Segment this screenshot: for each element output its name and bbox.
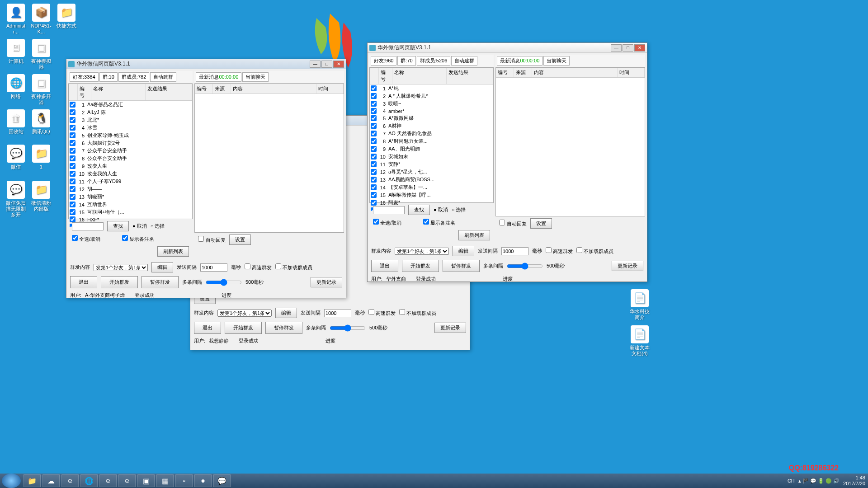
search-input[interactable] xyxy=(373,206,405,214)
minimize-button[interactable]: — xyxy=(611,44,622,52)
taskbar-app2-icon[interactable]: ● xyxy=(194,474,212,487)
desktop-icon[interactable]: ▣夜神多开器 xyxy=(30,74,52,105)
list-item[interactable]: 13AA易酷商贸(BOSS... xyxy=(370,176,493,183)
list-item[interactable]: 1Aa奢侈品名品汇 xyxy=(69,101,192,108)
list-item[interactable]: 10改变我的人生 xyxy=(69,170,192,178)
taskbar-edge-icon[interactable]: e xyxy=(99,474,117,487)
template-select[interactable]: 发第1个好友，第1条|发第1 xyxy=(395,248,449,255)
pause-button[interactable]: 暂停群发 xyxy=(142,276,179,288)
template-select[interactable]: 发第1个好友，第1条|发第1 xyxy=(217,310,272,317)
settings-button[interactable]: 设置 xyxy=(530,218,552,229)
members-tab[interactable]: 群成员:5206 xyxy=(417,56,451,66)
desktop-icon[interactable]: 🐧腾讯QQ xyxy=(30,109,52,135)
list-item[interactable]: 8A*时尚魅力女装... xyxy=(370,137,493,145)
taskbar-app-icon[interactable]: ☁ xyxy=(42,474,60,487)
list-item[interactable]: 8公众平台安全助手 xyxy=(69,155,192,162)
desktop-icon[interactable]: 🖥计算机 xyxy=(5,39,27,64)
desktop-icon[interactable]: 💬微信免扫描无限制多开 xyxy=(5,181,27,218)
list-item[interactable]: 3北北* xyxy=(69,116,192,124)
contact-list[interactable]: 1A*纯2A * 人脉爆粉希儿*3哎嘻~4amber*5A*微微网媒6A财神7A… xyxy=(370,84,493,211)
list-item[interactable]: 16阿麦* xyxy=(370,199,493,206)
list-item[interactable]: 7公众平台安全助手 xyxy=(69,147,192,155)
list-item[interactable]: 2A * 人脉爆粉希儿* xyxy=(370,92,493,100)
taskbar-explorer-icon[interactable]: 📁 xyxy=(24,474,41,487)
tray-icons[interactable]: ▴ 🏴 💬 🔋 🟢 🔊 xyxy=(798,478,840,484)
current-chat-tab[interactable]: 当前聊天 xyxy=(242,72,269,82)
multi-slider[interactable] xyxy=(206,279,242,286)
taskbar-browser-icon[interactable]: 🌐 xyxy=(80,474,98,487)
clock[interactable]: 1:482017/7/20 xyxy=(843,475,865,487)
pause-button[interactable]: 暂停群发 xyxy=(265,322,302,334)
interval-input[interactable] xyxy=(200,263,227,272)
desktop-icon[interactable]: ▣夜神模拟器 xyxy=(30,39,52,70)
current-chat-tab[interactable]: 当前聊天 xyxy=(543,56,570,66)
refresh-button[interactable]: 刷新列表 xyxy=(157,246,189,257)
list-item[interactable]: 11安静* xyxy=(370,160,493,168)
multi-slider[interactable] xyxy=(330,324,366,332)
search-button[interactable]: 查找 xyxy=(107,221,129,231)
minimize-button[interactable]: — xyxy=(310,61,321,68)
maximize-button[interactable]: □ xyxy=(623,44,633,52)
list-item[interactable]: 7AO 天然香韵化妆品 xyxy=(370,130,493,137)
search-input[interactable] xyxy=(72,222,104,230)
start-button[interactable] xyxy=(2,474,21,488)
friends-tab[interactable]: 好友:960 xyxy=(371,56,396,66)
group-tab[interactable]: 群:10 xyxy=(99,72,118,82)
search-button[interactable]: 查找 xyxy=(408,205,430,215)
list-item[interactable]: 9改变人生 xyxy=(69,162,192,170)
list-item[interactable]: 12胡—— xyxy=(69,185,192,193)
edit-button[interactable]: 编辑 xyxy=(151,262,173,272)
taskbar-grid-icon[interactable]: ▦ xyxy=(156,474,174,487)
desktop-icon[interactable]: 📁微信清粉内部版 xyxy=(30,181,52,212)
members-tab[interactable]: 群成员:782 xyxy=(118,72,149,82)
taskbar-ie-icon[interactable]: e xyxy=(61,474,79,487)
auto-group-button[interactable]: 自动建群 xyxy=(150,72,176,82)
list-item[interactable]: 10安城如末 xyxy=(370,153,493,160)
desktop-icon[interactable]: 📁快捷方式 xyxy=(55,4,78,29)
desktop-icon[interactable]: 📄华水科技简介 xyxy=(628,289,651,320)
desktop-icon[interactable]: 📄新建文本文档(4) xyxy=(628,325,651,357)
list-item[interactable]: 14互助世界 xyxy=(69,201,192,208)
desktop-icon[interactable]: 🌐网络 xyxy=(5,74,27,99)
system-tray[interactable]: CH ▴ 🏴 💬 🔋 🟢 🔊 1:482017/7/20 xyxy=(788,475,868,487)
list-item[interactable]: 4冰雪 xyxy=(69,124,192,131)
close-button[interactable]: ✕ xyxy=(634,44,645,52)
list-item[interactable]: 15A咻咻微传媒【呼... xyxy=(370,191,493,199)
start-button[interactable]: 开始群发 xyxy=(225,322,262,334)
list-item[interactable]: 5A*微微网媒 xyxy=(370,114,493,122)
list-item[interactable]: 6A财神 xyxy=(370,122,493,130)
refresh-button[interactable]: 刷新列表 xyxy=(458,230,490,240)
maximize-button[interactable]: □ xyxy=(321,61,332,68)
auto-group-button[interactable]: 自动建群 xyxy=(451,56,477,66)
taskbar-uc-icon[interactable]: ▣ xyxy=(137,474,155,487)
list-item[interactable]: 6大姐姐订货2号 xyxy=(69,139,192,147)
list-item[interactable]: 2AiLyJ 陈 xyxy=(69,108,192,116)
list-item[interactable]: 4amber* xyxy=(370,108,493,114)
group-tab[interactable]: 群:70 xyxy=(397,56,415,66)
desktop-icon[interactable]: 📁1 xyxy=(30,145,52,170)
interval-input[interactable] xyxy=(501,247,528,255)
list-item[interactable]: 13胡晓丽* xyxy=(69,193,192,201)
list-item[interactable]: 12a寻觅*星火，七... xyxy=(370,168,493,176)
list-item[interactable]: 15互联网+物仕（... xyxy=(69,208,192,216)
desktop-icon[interactable]: 🗑回收站 xyxy=(5,109,27,135)
multi-slider[interactable] xyxy=(507,263,543,270)
desktop-icon[interactable]: 👤Administr... xyxy=(5,4,27,35)
template-select[interactable]: 发第1个好友，第1条|发第1 xyxy=(94,264,148,271)
exit-button[interactable]: 退出 xyxy=(70,276,97,288)
list-item[interactable]: 1A*纯 xyxy=(370,84,493,92)
taskbar-app1-icon[interactable]: ▫ xyxy=(175,474,193,487)
list-item[interactable]: 11个人-子寒YD99 xyxy=(69,178,192,185)
exit-button[interactable]: 退出 xyxy=(194,322,221,334)
exit-button[interactable]: 退出 xyxy=(371,260,398,272)
settings-button[interactable]: 设置 xyxy=(229,235,251,245)
desktop-icon[interactable]: 💬微信 xyxy=(5,145,27,170)
update-button[interactable]: 更新记录 xyxy=(612,261,643,271)
list-item[interactable]: 14【安卓苹果】一... xyxy=(370,183,493,191)
list-item[interactable]: 9AA、阳光明媚 xyxy=(370,145,493,153)
pause-button[interactable]: 暂停群发 xyxy=(443,260,480,272)
start-button[interactable]: 开始群发 xyxy=(101,276,138,288)
list-item[interactable]: 3哎嘻~ xyxy=(370,100,493,108)
taskbar-wechat-icon[interactable]: 💬 xyxy=(213,474,231,487)
friends-tab[interactable]: 好友:3384 xyxy=(70,72,99,82)
